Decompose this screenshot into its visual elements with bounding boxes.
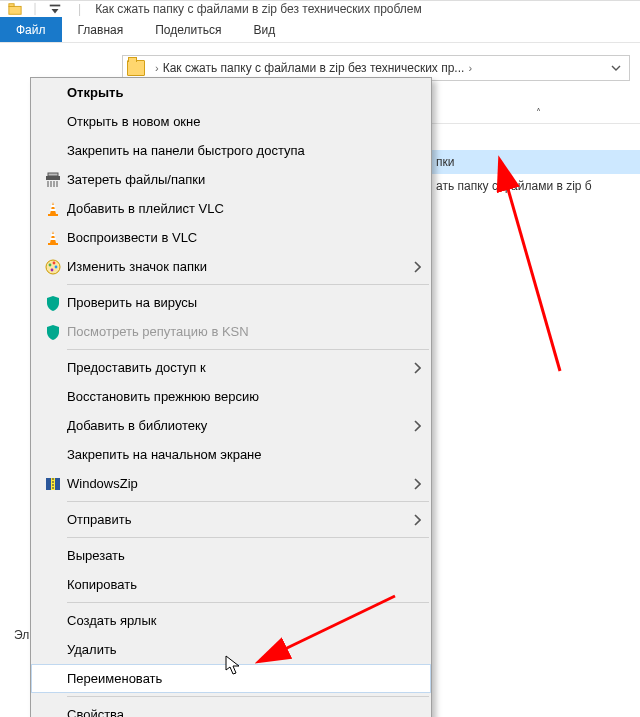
explorer-window: | Как сжать папку с файлами в zip без те… <box>0 0 640 717</box>
mouse-cursor-icon <box>225 655 241 675</box>
svg-line-24 <box>500 161 560 371</box>
annotation-arrow-upper <box>0 1 640 717</box>
svg-line-25 <box>260 596 395 661</box>
